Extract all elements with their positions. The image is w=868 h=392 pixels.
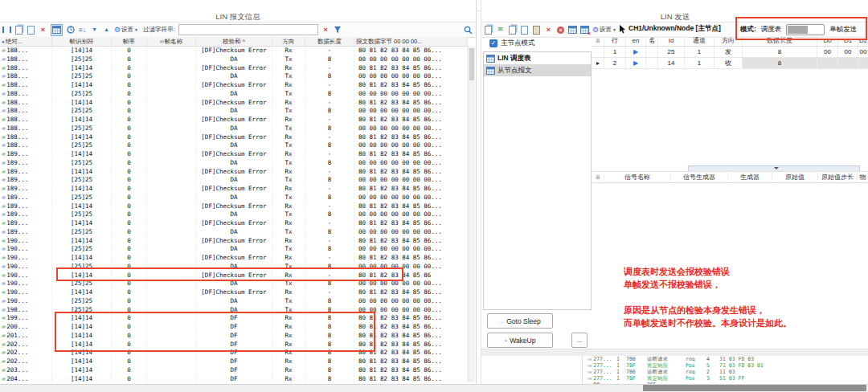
- wakeup-more-button[interactable]: ...: [571, 333, 588, 348]
- table-row[interactable]: 189... [25]25 0 DA Tx 8 00 00 00 00 00 0…: [0, 176, 468, 185]
- wakeup-button[interactable]: ⌁ WakeUp: [487, 333, 553, 348]
- clock-icon[interactable]: [66, 25, 75, 35]
- annotation-block-1: 调度表时发送会报校验错误 单帧发送不报校验错误，: [624, 265, 730, 291]
- table-row[interactable]: 190... [14]14 0 [DF]Checksum Error Rx - …: [0, 272, 468, 280]
- table-icon: [486, 67, 495, 75]
- send-icon[interactable]: [484, 25, 493, 35]
- table-row[interactable]: 203... [14]14 0 DF Rx 8 80 81 82 83 84 8…: [0, 366, 468, 375]
- log-row[interactable]: 277... 1 7BF 肯定响应 Pos 5 71 03 FD 03 01: [583, 362, 868, 369]
- table-row[interactable]: 204... [14]14 0 DF Rx 8 80 81 82 83 84 8…: [0, 375, 468, 384]
- mode-label: 模式:: [740, 25, 756, 35]
- vertical-scrollbar[interactable]: [468, 47, 475, 382]
- table-row[interactable]: 189... [25]25 0 DA Tx 8 00 00 00 00 00 0…: [0, 228, 468, 237]
- message-table-header[interactable]: ●绝对... 帧识别符 帧率 ✉帧名称 校验和 ^ 方向 数据长度 报文数据字节…: [0, 37, 468, 47]
- table-row[interactable]: 188... [25]25 0 DA Tx 8 00 00 00 00 00 0…: [0, 72, 468, 81]
- left-toolbar: × ≡↓ ▼ ▲ ⚙ 设置 ▼ 过滤字符串: ×: [0, 22, 476, 38]
- table-row[interactable]: 202... [14]14 0 DF Rx 8 80 81 82 83 84 8…: [0, 349, 468, 357]
- master-mode-checkbox-row[interactable]: ✓ 主节点模式: [489, 39, 535, 48]
- table-remove-icon[interactable]: ×: [580, 25, 589, 35]
- clipboard-icon[interactable]: [532, 25, 541, 35]
- table-row[interactable]: 188... [25]25 0 DA Tx 8 00 00 00 00 00 0…: [0, 141, 468, 150]
- table-row[interactable]: 190... [14]14 0 [DF]Checksum Error Rx - …: [0, 288, 468, 297]
- table-row[interactable]: 189... [14]14 0 [DF]Checksum Error Rx - …: [0, 150, 468, 159]
- table-row[interactable]: 190... [25]25 0 DA Tx 8 00 00 00 00 00 0…: [0, 280, 468, 288]
- table-row[interactable]: 188... [25]25 0 DA Tx 8 00 00 00 00 00 0…: [0, 55, 468, 64]
- mode-single-label: 单帧发送: [829, 25, 857, 35]
- table-row[interactable]: 189... [14]14 0 [DF]Checksum Error Rx - …: [0, 219, 468, 228]
- table-row[interactable]: 188... [25]25 0 DA Tx 8 00 00 00 00 00 0…: [0, 125, 468, 133]
- copy-icon[interactable]: [14, 25, 23, 35]
- table-row[interactable]: 202... [14]14 0 DF Rx 8 80 81 82 83 84 8…: [0, 357, 468, 366]
- clear-icon[interactable]: ×: [39, 25, 47, 35]
- log-row[interactable]: 277... 1 7B0 诊断请求 req 4 31 03 FD 03: [583, 356, 868, 362]
- mode-toggle[interactable]: [786, 24, 825, 35]
- play-button[interactable]: [626, 47, 646, 57]
- table-row[interactable]: 202... [14]14 0 DF Rx 8 80 81 82 83 84 8…: [0, 341, 468, 349]
- table-row[interactable]: 188... [25]25 0 DA Tx 8 00 00 00 00 00 0…: [0, 90, 468, 99]
- left-settings-button[interactable]: ⚙ 设置 ▼: [114, 25, 138, 35]
- divider-band: [481, 349, 868, 356]
- search-icon[interactable]: [464, 25, 473, 35]
- stop-icon[interactable]: ×: [556, 25, 565, 35]
- list-item-slave-messages[interactable]: 从节点报文: [484, 64, 591, 76]
- log-row[interactable]: 277... 1 7B0 诊断请求 req 2 11 03: [583, 369, 868, 375]
- table-row[interactable]: 189... [14]14 0 [DF]Checksum Error Rx - …: [0, 202, 468, 211]
- right-settings-button[interactable]: ⚙ 设置 ▼: [592, 25, 616, 35]
- table-row[interactable]: 190... [14]14 0 [DF]Checksum Error Rx - …: [0, 237, 468, 246]
- table-row[interactable]: 188... [14]14 0 [DF]Checksum Error Rx - …: [0, 64, 468, 73]
- table-row[interactable]: 188... [14]14 0 [DF]Checksum Error Rx - …: [0, 133, 468, 142]
- table-row[interactable]: 188... [14]14 0 [DF]Checksum Error Rx - …: [0, 99, 468, 108]
- copy-icon[interactable]: [508, 25, 517, 35]
- signal-table-header[interactable]: 信号名称 信号生成器 生成器 原始值 原始值步长 物: [592, 171, 868, 183]
- table-row[interactable]: 190... [25]25 0 DA Tx 8 00 00 00 00 00 0…: [0, 297, 468, 306]
- schedule-header[interactable]: 行 en 名 Id 通道 方向 数据长度 D0 D1 D2: [592, 35, 868, 47]
- filter-input[interactable]: [178, 24, 318, 35]
- scroll-up-icon[interactable]: ▲: [102, 25, 111, 35]
- mode-switch-group: 模式: 调度表 单帧发送: [740, 24, 857, 35]
- id-display-toggle-icon[interactable]: [51, 24, 63, 36]
- filter-funnel-icon[interactable]: [334, 25, 342, 35]
- sort-icon[interactable]: ≡↓: [78, 25, 87, 35]
- paste-icon[interactable]: [520, 25, 529, 35]
- channel-selector[interactable]: CH1/Unknown/Node [主节点]: [620, 24, 721, 34]
- mail-icon: ✉: [160, 37, 164, 46]
- horizontal-scrollbar-thumb[interactable]: [643, 385, 866, 391]
- table-row[interactable]: 190... [25]25 0 DA Tx 8 00 00 00 00 00 0…: [0, 263, 468, 272]
- table-row[interactable]: 189... [14]14 0 [DF]Checksum Error Rx - …: [0, 185, 468, 194]
- sleep-icon: …: [499, 319, 504, 324]
- table-row[interactable]: 190... [14]14 0 [DF]Checksum Error Rx - …: [0, 254, 468, 263]
- pause-icon[interactable]: [2, 25, 11, 35]
- goto-sleep-button[interactable]: … Goto Sleep: [487, 313, 553, 329]
- table-row[interactable]: 189... [14]14 0 [DF]Checksum Error Rx - …: [0, 168, 468, 177]
- settings-label: 设置: [121, 26, 133, 34]
- schedule-row-1[interactable]: 1 25 1 发 8 00 00 00: [592, 47, 868, 58]
- table-row[interactable]: 188... [14]14 0 [DF]Checksum Error Rx - …: [0, 47, 468, 55]
- table-row[interactable]: 188... [14]14 0 [DF]Checksum Error Rx - …: [0, 81, 468, 90]
- scroll-down-icon[interactable]: ▼: [90, 25, 99, 35]
- scrollbar-thumb[interactable]: [469, 48, 474, 80]
- table-row[interactable]: 189... [25]25 0 DA Tx 8 00 00 00 00 00 0…: [0, 159, 468, 168]
- table-row[interactable]: 198... [25]25 0 DA Tx 8 00 00 00 00 00 0…: [0, 306, 468, 315]
- table-add-icon[interactable]: [568, 25, 577, 35]
- filter-clear-icon[interactable]: ×: [321, 25, 330, 35]
- table-row[interactable]: 199... [14]14 0 DF Rx 8 80 81 82 83 84 8…: [0, 314, 468, 323]
- mode-schedule-label: 调度表: [761, 25, 782, 35]
- table-row[interactable]: 201... [14]14 0 DF Rx 8 80 81 82 83 84 8…: [0, 332, 468, 341]
- table-row[interactable]: 200... [14]14 0 DF Rx 8 80 81 82 83 84 8…: [0, 323, 468, 332]
- save-icon[interactable]: [27, 25, 35, 35]
- table-row[interactable]: 190... [25]25 0 DA Tx 8 00 00 00 00 00 0…: [0, 245, 468, 254]
- list-item-schedule-table[interactable]: LIN 调度表: [484, 52, 591, 64]
- play-button[interactable]: [626, 58, 646, 68]
- toggle-knob: [788, 26, 808, 34]
- delete-icon[interactable]: ×: [544, 25, 553, 35]
- log-row[interactable]: 277... 1 7BF 肯定响应 Pos 3 51 03 FF: [583, 375, 868, 382]
- table-row[interactable]: 188... [25]25 0 DA Tx 8 00 00 00 00 00 0…: [0, 107, 468, 116]
- time-sort-icon: ●: [2, 37, 5, 46]
- table-row[interactable]: 189... [25]25 0 DA Tx 8 00 00 00 00 00 0…: [0, 194, 468, 202]
- table-row[interactable]: 188... [14]14 0 [DF]Checksum Error Rx - …: [0, 116, 468, 125]
- chevron-down-icon: [774, 167, 779, 169]
- mail-green-icon[interactable]: ✉: [496, 25, 505, 35]
- schedule-row-2[interactable]: 2 14 1 收 8: [592, 58, 868, 69]
- checked-checkbox-icon[interactable]: ✓: [489, 39, 497, 47]
- table-row[interactable]: 189... [25]25 0 DA Tx 8 00 00 00 00 00 0…: [0, 210, 468, 219]
